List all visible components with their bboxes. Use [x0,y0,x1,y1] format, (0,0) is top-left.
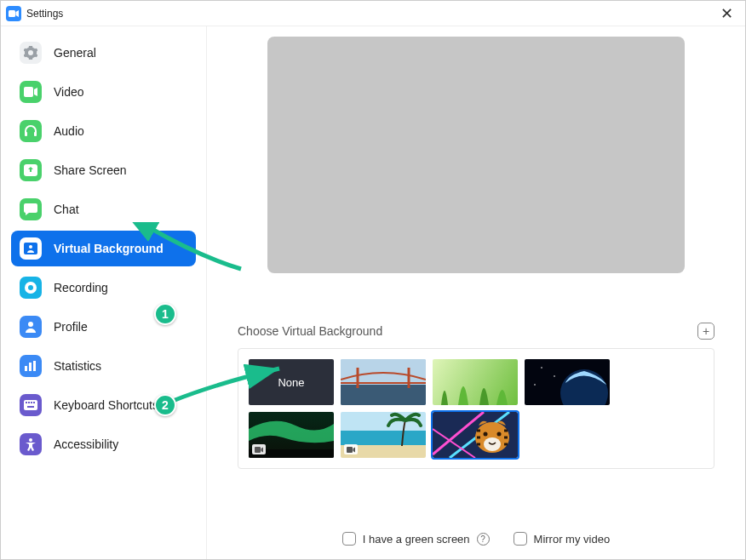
sidebar-item-audio[interactable]: Audio [11,113,196,149]
sidebar-item-label: Profile [54,320,88,334]
svg-rect-30 [255,447,261,453]
svg-rect-14 [26,402,27,403]
background-thumb-earth[interactable] [525,359,610,405]
chat-icon [20,198,42,220]
sidebar: General Video Audio Share Screen Chat [1,26,207,559]
video-badge-icon [252,444,266,454]
sidebar-item-statistics[interactable]: Statistics [11,348,196,384]
sidebar-item-video[interactable]: Video [11,74,196,110]
window-title: Settings [26,8,63,20]
sidebar-item-chat[interactable]: Chat [11,191,196,227]
statistics-icon [20,355,42,377]
svg-rect-3 [34,132,37,136]
svg-point-37 [484,432,488,437]
sidebar-item-label: Share Screen [54,163,127,177]
accessibility-icon [20,433,42,455]
sidebar-item-accessibility[interactable]: Accessibility [11,426,196,462]
add-background-button[interactable]: + [697,323,714,340]
svg-point-8 [28,285,33,290]
app-icon [6,6,21,21]
share-screen-icon [20,159,42,181]
sidebar-item-label: General [54,46,96,60]
background-thumb-grass[interactable] [433,359,518,405]
svg-rect-15 [28,402,30,403]
svg-rect-1 [24,87,33,97]
sidebar-item-virtual-background[interactable]: Virtual Background [11,231,196,266]
virtual-background-icon [20,237,42,260]
choose-background-label: Choose Virtual Background [238,324,382,338]
background-thumb-aurora[interactable] [249,412,334,458]
close-icon[interactable]: ✕ [717,4,737,23]
backgrounds-panel: None [238,348,714,469]
info-icon[interactable]: ? [477,533,490,546]
svg-rect-17 [33,402,35,403]
profile-icon [20,316,42,338]
sidebar-item-label: Recording [54,281,108,294]
thumb-none-label: None [278,376,304,389]
sidebar-item-recording[interactable]: Recording [11,270,196,306]
video-preview [267,37,685,273]
annotation-badge-2: 2 [154,394,176,416]
titlebar: Settings ✕ [1,1,745,26]
green-screen-label: I have a green screen [363,533,470,546]
content-area: Choose Virtual Background + None [207,26,745,559]
background-thumb-none[interactable]: None [249,359,334,405]
sidebar-item-label: Audio [54,124,84,138]
recording-icon [20,277,42,299]
svg-rect-2 [25,132,27,136]
svg-point-27 [554,375,555,377]
background-thumb-tiger[interactable] [433,412,518,458]
mirror-video-label: Mirror my video [534,533,611,546]
video-icon [20,81,42,103]
sidebar-item-label: Virtual Background [54,242,164,255]
svg-point-38 [497,432,502,437]
sidebar-item-label: Accessibility [54,437,118,451]
svg-rect-31 [347,447,353,453]
svg-rect-13 [24,400,37,410]
headphones-icon [20,120,42,142]
svg-rect-0 [9,10,15,17]
svg-point-9 [28,322,33,327]
svg-rect-11 [29,363,32,371]
svg-point-28 [534,384,536,386]
sidebar-item-label: Keyboard Shortcuts [54,398,158,412]
svg-point-6 [29,245,32,249]
annotation-badge-1: 1 [154,303,176,325]
video-badge-icon [344,444,358,454]
sidebar-item-label: Statistics [54,359,101,373]
svg-rect-16 [31,402,32,403]
green-screen-checkbox[interactable] [342,532,356,546]
sidebar-item-general[interactable]: General [11,35,196,71]
svg-rect-18 [27,406,34,408]
svg-rect-12 [33,361,36,371]
sidebar-item-label: Video [54,85,84,99]
mirror-video-checkbox[interactable] [514,532,527,546]
svg-point-19 [29,438,32,442]
svg-point-26 [541,367,542,369]
svg-rect-21 [341,385,426,405]
footer-options: I have a green screen ? Mirror my video [207,532,745,546]
gear-icon [20,42,42,64]
background-thumb-beach[interactable] [341,412,426,458]
sidebar-item-share-screen[interactable]: Share Screen [11,152,196,188]
sidebar-item-label: Chat [54,203,79,216]
svg-rect-10 [25,366,27,371]
background-thumb-bridge[interactable] [341,359,426,405]
keyboard-icon [20,394,42,416]
